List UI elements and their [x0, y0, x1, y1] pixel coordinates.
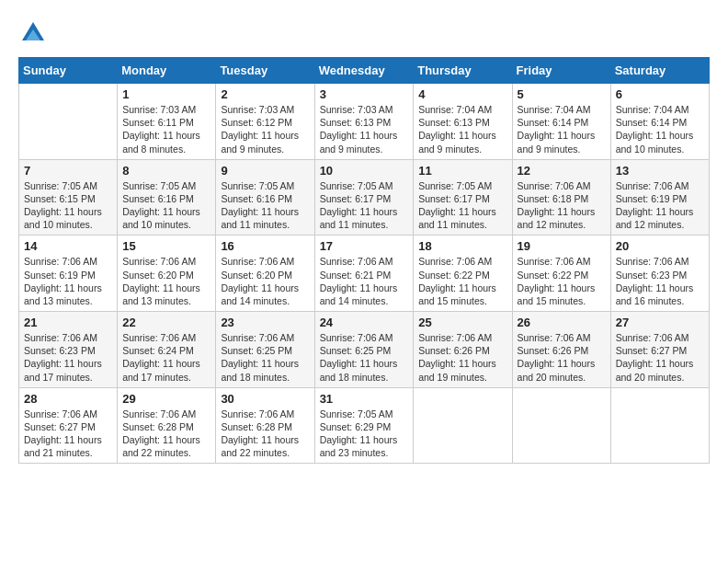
day-number: 15	[122, 239, 210, 253]
day-header-saturday: Saturday	[610, 58, 709, 84]
day-info: Sunrise: 7:03 AMSunset: 6:11 PMDaylight:…	[122, 103, 210, 155]
day-number: 31	[320, 392, 409, 406]
calendar-cell: 15Sunrise: 7:06 AMSunset: 6:20 PMDayligh…	[118, 236, 216, 312]
day-info: Sunrise: 7:06 AMSunset: 6:23 PMDaylight:…	[24, 331, 112, 384]
day-number: 12	[518, 164, 606, 178]
day-number: 24	[320, 316, 409, 329]
day-number: 13	[616, 164, 704, 178]
calendar-week-1: 1Sunrise: 7:03 AMSunset: 6:11 PMDaylight…	[19, 84, 710, 160]
day-number: 1	[122, 87, 210, 101]
day-info: Sunrise: 7:06 AMSunset: 6:26 PMDaylight:…	[518, 331, 606, 384]
calendar-cell: 2Sunrise: 7:03 AMSunset: 6:12 PMDaylight…	[216, 84, 314, 160]
day-info: Sunrise: 7:05 AMSunset: 6:17 PMDaylight:…	[418, 179, 506, 232]
day-number: 7	[24, 164, 112, 178]
day-info: Sunrise: 7:06 AMSunset: 6:21 PMDaylight:…	[320, 255, 409, 307]
calendar-cell: 29Sunrise: 7:06 AMSunset: 6:28 PMDayligh…	[118, 387, 216, 464]
calendar-cell: 23Sunrise: 7:06 AMSunset: 6:25 PMDayligh…	[216, 312, 314, 388]
day-info: Sunrise: 7:05 AMSunset: 6:29 PMDaylight:…	[320, 408, 409, 460]
calendar-cell: 16Sunrise: 7:06 AMSunset: 6:20 PMDayligh…	[216, 236, 314, 312]
day-info: Sunrise: 7:03 AMSunset: 6:13 PMDaylight:…	[320, 103, 409, 155]
calendar-table: SundayMondayTuesdayWednesdayThursdayFrid…	[18, 57, 710, 464]
day-number: 28	[24, 392, 112, 406]
calendar-cell	[610, 387, 709, 464]
day-number: 25	[418, 316, 506, 329]
calendar-cell: 7Sunrise: 7:05 AMSunset: 6:15 PMDaylight…	[19, 159, 118, 236]
day-info: Sunrise: 7:06 AMSunset: 6:20 PMDaylight:…	[122, 255, 210, 307]
calendar-cell: 18Sunrise: 7:06 AMSunset: 6:22 PMDayligh…	[414, 236, 512, 312]
calendar-cell: 20Sunrise: 7:06 AMSunset: 6:23 PMDayligh…	[610, 236, 709, 312]
day-number: 9	[221, 164, 309, 178]
calendar-cell: 10Sunrise: 7:05 AMSunset: 6:17 PMDayligh…	[314, 159, 414, 236]
calendar-cell: 30Sunrise: 7:06 AMSunset: 6:28 PMDayligh…	[216, 387, 314, 464]
day-number: 3	[320, 87, 409, 101]
day-number: 14	[24, 239, 112, 253]
day-info: Sunrise: 7:06 AMSunset: 6:22 PMDaylight:…	[418, 255, 506, 307]
day-info: Sunrise: 7:06 AMSunset: 6:25 PMDaylight:…	[320, 331, 409, 384]
day-number: 10	[320, 164, 409, 178]
calendar-cell: 5Sunrise: 7:04 AMSunset: 6:14 PMDaylight…	[512, 84, 610, 160]
day-number: 21	[24, 316, 112, 329]
day-number: 27	[616, 316, 704, 329]
calendar-week-2: 7Sunrise: 7:05 AMSunset: 6:15 PMDaylight…	[19, 159, 710, 236]
day-header-sunday: Sunday	[19, 58, 118, 84]
logo-icon	[18, 18, 48, 48]
calendar-cell: 14Sunrise: 7:06 AMSunset: 6:19 PMDayligh…	[19, 236, 118, 312]
day-header-friday: Friday	[512, 58, 610, 84]
day-number: 20	[616, 239, 704, 253]
calendar-cell: 8Sunrise: 7:05 AMSunset: 6:16 PMDaylight…	[118, 159, 216, 236]
day-info: Sunrise: 7:06 AMSunset: 6:23 PMDaylight:…	[616, 255, 704, 307]
calendar-cell: 26Sunrise: 7:06 AMSunset: 6:26 PMDayligh…	[512, 312, 610, 388]
day-info: Sunrise: 7:04 AMSunset: 6:14 PMDaylight:…	[518, 103, 606, 155]
calendar-week-4: 21Sunrise: 7:06 AMSunset: 6:23 PMDayligh…	[19, 312, 710, 388]
day-header-thursday: Thursday	[414, 58, 512, 84]
calendar-cell: 1Sunrise: 7:03 AMSunset: 6:11 PMDaylight…	[118, 84, 216, 160]
day-info: Sunrise: 7:06 AMSunset: 6:27 PMDaylight:…	[616, 331, 704, 384]
day-info: Sunrise: 7:06 AMSunset: 6:22 PMDaylight:…	[518, 255, 606, 307]
day-info: Sunrise: 7:04 AMSunset: 6:14 PMDaylight:…	[616, 103, 704, 155]
calendar-cell: 24Sunrise: 7:06 AMSunset: 6:25 PMDayligh…	[314, 312, 414, 388]
day-number: 4	[418, 87, 506, 101]
calendar-cell: 9Sunrise: 7:05 AMSunset: 6:16 PMDaylight…	[216, 159, 314, 236]
calendar-cell: 28Sunrise: 7:06 AMSunset: 6:27 PMDayligh…	[19, 387, 118, 464]
day-info: Sunrise: 7:06 AMSunset: 6:28 PMDaylight:…	[221, 408, 309, 460]
day-info: Sunrise: 7:03 AMSunset: 6:12 PMDaylight:…	[221, 103, 309, 155]
page-header	[18, 18, 710, 48]
day-info: Sunrise: 7:06 AMSunset: 6:20 PMDaylight:…	[221, 255, 309, 307]
day-info: Sunrise: 7:05 AMSunset: 6:15 PMDaylight:…	[24, 179, 112, 232]
day-info: Sunrise: 7:06 AMSunset: 6:19 PMDaylight:…	[616, 179, 704, 232]
calendar-cell: 22Sunrise: 7:06 AMSunset: 6:24 PMDayligh…	[118, 312, 216, 388]
day-info: Sunrise: 7:06 AMSunset: 6:18 PMDaylight:…	[518, 179, 606, 232]
day-info: Sunrise: 7:05 AMSunset: 6:16 PMDaylight:…	[122, 179, 210, 232]
day-number: 22	[122, 316, 210, 329]
day-info: Sunrise: 7:04 AMSunset: 6:13 PMDaylight:…	[418, 103, 506, 155]
calendar-cell: 25Sunrise: 7:06 AMSunset: 6:26 PMDayligh…	[414, 312, 512, 388]
day-header-monday: Monday	[118, 58, 216, 84]
day-info: Sunrise: 7:06 AMSunset: 6:27 PMDaylight:…	[24, 408, 112, 460]
calendar-cell: 13Sunrise: 7:06 AMSunset: 6:19 PMDayligh…	[610, 159, 709, 236]
day-number: 2	[221, 87, 309, 101]
calendar-header-row: SundayMondayTuesdayWednesdayThursdayFrid…	[19, 58, 710, 84]
calendar-cell: 27Sunrise: 7:06 AMSunset: 6:27 PMDayligh…	[610, 312, 709, 388]
logo	[18, 18, 51, 48]
calendar-cell	[414, 387, 512, 464]
day-info: Sunrise: 7:06 AMSunset: 6:28 PMDaylight:…	[122, 408, 210, 460]
day-number: 19	[518, 239, 606, 253]
calendar-cell	[19, 84, 118, 160]
calendar-cell: 31Sunrise: 7:05 AMSunset: 6:29 PMDayligh…	[314, 387, 414, 464]
calendar-cell: 11Sunrise: 7:05 AMSunset: 6:17 PMDayligh…	[414, 159, 512, 236]
day-info: Sunrise: 7:05 AMSunset: 6:17 PMDaylight:…	[320, 179, 409, 232]
calendar-cell: 19Sunrise: 7:06 AMSunset: 6:22 PMDayligh…	[512, 236, 610, 312]
day-info: Sunrise: 7:06 AMSunset: 6:24 PMDaylight:…	[122, 331, 210, 384]
day-number: 26	[518, 316, 606, 329]
day-number: 11	[418, 164, 506, 178]
day-header-wednesday: Wednesday	[314, 58, 414, 84]
day-header-tuesday: Tuesday	[216, 58, 314, 84]
calendar-cell: 12Sunrise: 7:06 AMSunset: 6:18 PMDayligh…	[512, 159, 610, 236]
day-number: 8	[122, 164, 210, 178]
calendar-cell	[512, 387, 610, 464]
calendar-week-5: 28Sunrise: 7:06 AMSunset: 6:27 PMDayligh…	[19, 387, 710, 464]
calendar-week-3: 14Sunrise: 7:06 AMSunset: 6:19 PMDayligh…	[19, 236, 710, 312]
calendar-cell: 4Sunrise: 7:04 AMSunset: 6:13 PMDaylight…	[414, 84, 512, 160]
day-number: 17	[320, 239, 409, 253]
day-number: 5	[518, 87, 606, 101]
